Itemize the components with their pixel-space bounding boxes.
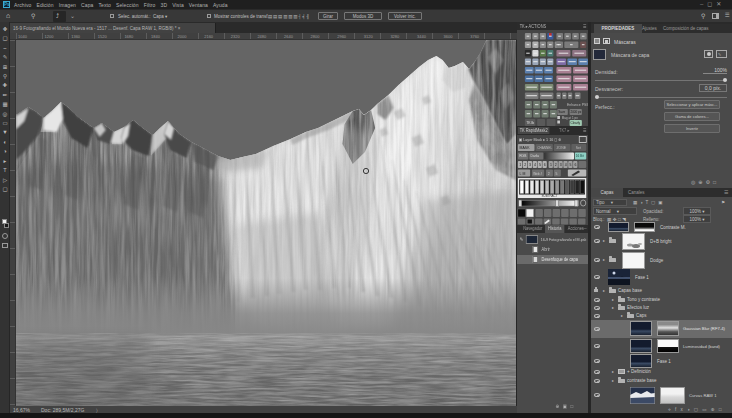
- svg-text:1: 1: [550, 163, 552, 167]
- svg-text:Save: Save: [558, 110, 565, 114]
- svg-text:▣ Layer Mask ▸ 1 16 ◻ ⊕: ▣ Layer Mask ▸ 1 16 ◻ ⊕: [519, 137, 562, 142]
- svg-text:3: 3: [560, 163, 562, 167]
- svg-text:2000 px: 2000 px: [570, 110, 581, 114]
- svg-text:4: 4: [565, 163, 567, 167]
- svg-text:2: 2: [555, 163, 557, 167]
- svg-text:2: 2: [524, 163, 526, 167]
- svg-text:Enhance PSB: Enhance PSB: [567, 103, 588, 107]
- svg-text:4: 4: [534, 163, 536, 167]
- svg-text:TK7▸: TK7▸: [526, 121, 534, 125]
- svg-text:SUBTRACT: SUBTRACT: [542, 194, 558, 198]
- svg-text:Clearly: Clearly: [570, 121, 580, 125]
- svg-text:MASK: MASK: [520, 146, 530, 150]
- svg-text:L M: L M: [520, 172, 526, 176]
- svg-text:5: 5: [556, 172, 558, 176]
- svg-text:Web #: Web #: [533, 172, 542, 176]
- svg-text:Darks: Darks: [531, 154, 540, 158]
- svg-text:CHANNEL: CHANNEL: [537, 146, 552, 150]
- svg-text:5: 5: [539, 163, 541, 167]
- svg-text:6: 6: [574, 163, 576, 167]
- svg-text:5: 5: [570, 163, 572, 167]
- svg-text:Mag at 1 px: Mag at 1 px: [562, 116, 578, 120]
- svg-text:2: 2: [548, 172, 550, 176]
- svg-text:Set: Set: [576, 146, 582, 150]
- svg-text:6: 6: [544, 163, 546, 167]
- svg-text:3: 3: [529, 163, 531, 167]
- svg-text:1: 1: [519, 163, 521, 167]
- svg-text:RGB: RGB: [519, 154, 527, 158]
- svg-text:16 Bit: 16 Bit: [576, 154, 584, 158]
- svg-text:ZONE: ZONE: [556, 146, 566, 150]
